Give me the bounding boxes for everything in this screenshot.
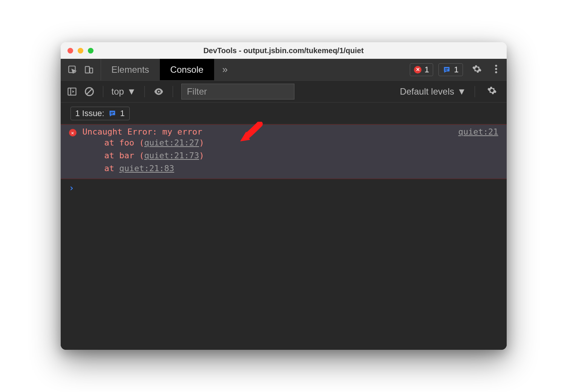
stack-frame: at bar (quiet:21:73): [61, 149, 507, 162]
devtools-panel: Elements Console » ✕ 1 1: [61, 59, 507, 350]
clear-console-icon[interactable]: [84, 86, 95, 97]
svg-rect-1: [85, 66, 89, 73]
stack-link[interactable]: quiet:21:73: [144, 151, 199, 160]
errors-badge[interactable]: ✕ 1: [410, 63, 433, 76]
stack-link[interactable]: quiet:21:27: [144, 138, 199, 147]
tab-elements[interactable]: Elements: [101, 59, 160, 80]
svg-rect-8: [68, 88, 76, 95]
settings-icon[interactable]: [468, 64, 486, 75]
titlebar: DevTools - output.jsbin.com/tukemeq/1/qu…: [61, 42, 507, 59]
tabs-overflow-button[interactable]: »: [214, 59, 236, 80]
issues-count: 1: [454, 65, 458, 75]
tab-console[interactable]: Console: [160, 59, 214, 80]
svg-rect-14: [110, 113, 113, 114]
issue-icon: [443, 66, 451, 74]
console-sidebar-toggle-icon[interactable]: [67, 86, 77, 97]
console-settings-icon[interactable]: [483, 86, 501, 98]
context-selector[interactable]: top ▼: [112, 86, 136, 97]
issue-icon: [108, 109, 116, 118]
log-levels-selector[interactable]: Default levels ▼: [400, 86, 466, 97]
stack-link[interactable]: quiet:21:83: [119, 164, 174, 173]
traffic-lights: [61, 48, 93, 54]
window-title: DevTools - output.jsbin.com/tukemeq/1/qu…: [61, 46, 507, 55]
device-toolbar-icon[interactable]: [84, 65, 94, 75]
svg-point-7: [495, 71, 497, 73]
svg-point-6: [495, 68, 497, 70]
stack-frame: at quiet:21:83: [61, 162, 507, 175]
errors-count: 1: [424, 65, 429, 75]
context-label: top: [112, 86, 124, 97]
devtools-window: DevTools - output.jsbin.com/tukemeq/1/qu…: [61, 42, 507, 350]
svg-rect-2: [90, 68, 93, 73]
svg-line-11: [87, 89, 92, 94]
more-menu-icon[interactable]: [491, 64, 501, 75]
error-icon: ✕: [414, 66, 421, 74]
console-prompt[interactable]: ›: [61, 179, 507, 197]
svg-rect-13: [110, 112, 114, 113]
log-levels-label: Default levels: [400, 86, 454, 97]
chevron-down-icon: ▼: [457, 86, 466, 97]
live-expression-icon[interactable]: [153, 86, 164, 97]
console-toolbar: top ▼ Default levels ▼: [61, 81, 507, 103]
issues-badge[interactable]: 1: [438, 63, 463, 76]
issues-chip-count: 1: [120, 109, 125, 118]
svg-rect-3: [445, 68, 449, 69]
svg-point-12: [158, 90, 159, 92]
svg-point-5: [495, 64, 497, 66]
inspect-element-icon[interactable]: [67, 65, 77, 75]
issues-chip[interactable]: 1 Issue: 1: [70, 107, 130, 120]
zoom-window-button[interactable]: [88, 48, 93, 54]
svg-rect-4: [445, 70, 447, 70]
prompt-chevron-icon: ›: [69, 183, 74, 193]
stack-frame: at foo (quiet:21:27): [61, 136, 507, 149]
error-message-block: ✕ Uncaught Error: my error quiet:21 at f…: [61, 124, 507, 179]
main-tabs: Elements Console » ✕ 1 1: [61, 59, 507, 81]
filter-input[interactable]: [181, 84, 294, 100]
error-source-link[interactable]: quiet:21: [458, 127, 498, 136]
issues-row: 1 Issue: 1: [61, 103, 507, 124]
close-window-button[interactable]: [67, 48, 73, 54]
error-icon: ✕: [69, 129, 77, 136]
minimize-window-button[interactable]: [78, 48, 83, 54]
error-message: Uncaught Error: my error: [83, 127, 202, 136]
console-output: ✕ Uncaught Error: my error quiet:21 at f…: [61, 124, 507, 350]
chevron-down-icon: ▼: [127, 86, 136, 97]
issues-label: 1 Issue:: [75, 109, 104, 118]
